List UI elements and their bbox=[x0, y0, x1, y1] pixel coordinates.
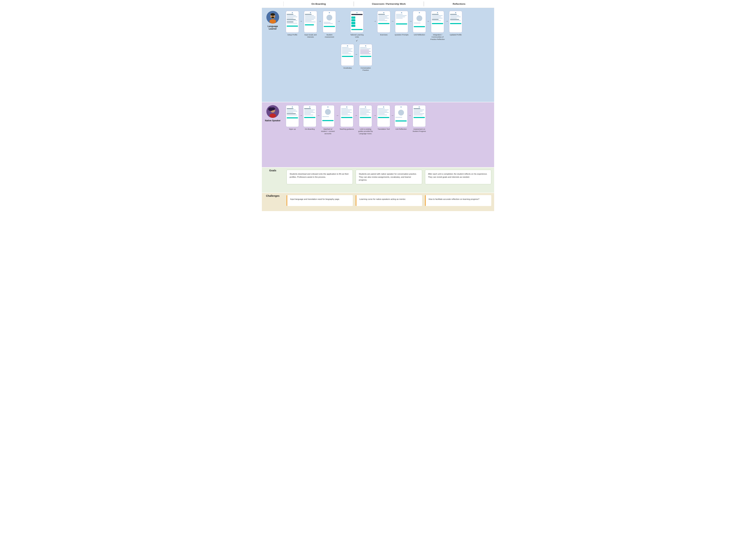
arrow-5: → bbox=[390, 20, 395, 23]
phone-n-reflection: Unit Reflection bbox=[395, 105, 408, 130]
label-vocabulary: Vocabulary bbox=[343, 67, 352, 69]
label-n-onboarding: On-Boarding bbox=[305, 128, 315, 130]
phone-mockup-vocab bbox=[341, 44, 354, 66]
native-avatar bbox=[266, 105, 279, 118]
phone-mockup-exercises bbox=[377, 11, 390, 33]
label-integration: Integration / Communities of Practice Re… bbox=[430, 34, 445, 40]
learner-title: Language Learner bbox=[263, 25, 282, 30]
branch-down-arrow: ↙ bbox=[356, 39, 358, 42]
native-swimlane: Native Speaker bbox=[262, 102, 494, 168]
arrow-2: → bbox=[318, 20, 322, 23]
phone-mockup-reflection bbox=[413, 11, 426, 33]
phone-mockup-n5 bbox=[359, 105, 372, 127]
phone-mockup-n3 bbox=[321, 105, 334, 127]
phone-mockup-3 bbox=[323, 11, 336, 33]
label-updated-profile: Updated Profile bbox=[450, 34, 461, 36]
phone-assessment: Student Assessment bbox=[322, 11, 337, 38]
label-questions: Question Prompts bbox=[395, 34, 408, 36]
native-arrow-2: → bbox=[316, 114, 321, 117]
phone-vocabulary: Vocabulary bbox=[341, 44, 354, 69]
header-col0 bbox=[262, 1, 284, 6]
native-phones-row: Signs up → bbox=[286, 105, 492, 135]
phone-mockup-conv bbox=[359, 44, 372, 66]
main-container: On-Boarding Classroom / Partnership Work… bbox=[262, 0, 494, 211]
goals-label: Goals bbox=[262, 168, 284, 173]
learner-label-area: Language Learner bbox=[262, 8, 284, 33]
branch-phones-row: Vocabulary → bbox=[341, 44, 373, 71]
branch-arrow: → bbox=[354, 53, 358, 56]
svg-point-3 bbox=[271, 13, 275, 16]
arrow-8: → bbox=[445, 20, 449, 23]
native-arrow-5: → bbox=[373, 114, 377, 117]
label-setup-profile: Setup Profile bbox=[287, 34, 297, 36]
phone-mockup-2 bbox=[304, 11, 317, 33]
label-exercises: Exercises bbox=[380, 34, 387, 36]
phone-assessment-progress: Assessment on Student Progress bbox=[412, 105, 426, 133]
svg-point-6 bbox=[269, 114, 276, 118]
phone-conversation: Conversation Practice bbox=[358, 44, 373, 71]
label-conversation: Conversation Practice bbox=[358, 67, 373, 71]
phone-mockup-n6 bbox=[377, 105, 390, 127]
phone-mockup-n1 bbox=[286, 105, 299, 127]
svg-point-9 bbox=[271, 107, 275, 110]
phone-questions: Question Prompts bbox=[395, 11, 408, 36]
phone-tailored: Tailored Learning Units ↙ bbox=[341, 11, 373, 71]
label-assessment-progress: Assessment on Student Progress bbox=[412, 128, 426, 133]
learner-phones-row: Setup Profile → bbox=[286, 11, 492, 71]
label-unit-reflection: Unit Reflection bbox=[414, 34, 425, 36]
phone-mockup-questions bbox=[395, 11, 408, 33]
phone-mockup-n8 bbox=[413, 105, 426, 127]
challenge-card-3: How to facilitate accurate reflection on… bbox=[425, 195, 491, 206]
phone-mockup-updated bbox=[449, 11, 462, 33]
label-link-guides: Link to existing guides provided by Lang… bbox=[358, 128, 373, 135]
phone-teaching: Teaching guidance bbox=[340, 105, 354, 130]
challenge-card-1: Input language and translation need for … bbox=[287, 195, 353, 206]
challenge-card-2: Learning curve for native-speakers actin… bbox=[356, 195, 422, 206]
label-translation: Translation Tool bbox=[378, 128, 390, 130]
phone-input-goals: Input Goals and Interests bbox=[303, 11, 318, 38]
label-tailored: Tailored Learning Units bbox=[350, 34, 364, 38]
phone-mockup-integration bbox=[431, 11, 444, 33]
native-content: Signs up → bbox=[284, 102, 494, 138]
phone-mockup-n7 bbox=[395, 105, 408, 127]
phone-reflection: Unit Reflection bbox=[413, 11, 426, 36]
label-n-reflection: Unit Reflection bbox=[395, 128, 407, 130]
phone-matched: Matched w/ student + connect accounts bbox=[321, 105, 335, 135]
phone-exercises: Exercises bbox=[377, 11, 390, 36]
header-onboarding: On-Boarding bbox=[284, 1, 354, 6]
goal-card-3: After each unit is completed, the studen… bbox=[425, 170, 491, 184]
header-reflections: Reflections bbox=[424, 1, 494, 6]
arrow-3: → bbox=[337, 20, 341, 23]
label-teaching: Teaching guidance bbox=[340, 128, 354, 130]
label-signs-up: Signs up bbox=[289, 128, 296, 130]
phone-signs-up: Signs up bbox=[286, 105, 299, 130]
challenges-label: Challenges bbox=[262, 193, 284, 199]
native-arrow-1: → bbox=[299, 114, 303, 117]
goals-content: Students download and onboard onto the a… bbox=[284, 168, 494, 187]
learner-content: Setup Profile → bbox=[284, 8, 494, 74]
label-matched: Matched w/ student + connect accounts bbox=[321, 128, 335, 135]
phone-translation: Translation Tool bbox=[377, 105, 390, 130]
phone-mockup-1 bbox=[286, 11, 299, 33]
native-arrow-7: → bbox=[408, 114, 412, 117]
label-assessment: Student Assessment bbox=[322, 34, 337, 38]
arrow-1: → bbox=[299, 20, 303, 23]
challenges-swimlane: Challenges Input language and translatio… bbox=[262, 193, 494, 211]
phone-mockup-n2 bbox=[303, 105, 316, 127]
phone-link-guides: Link to existing guides provided by Lang… bbox=[358, 105, 373, 135]
arrow-6: → bbox=[408, 20, 413, 23]
arrow-7: → bbox=[426, 20, 430, 23]
header-row: On-Boarding Classroom / Partnership Work… bbox=[262, 0, 494, 8]
learner-avatar bbox=[266, 11, 279, 24]
native-arrow-3: → bbox=[335, 114, 340, 117]
svg-point-1 bbox=[269, 19, 276, 24]
native-title: Native Speaker bbox=[265, 119, 281, 122]
phone-mockup-n4 bbox=[340, 105, 353, 127]
header-classroom: Classroom / Partnership Work bbox=[354, 1, 424, 6]
native-label-area: Native Speaker bbox=[262, 102, 284, 125]
phone-updated-profile: Updated Profile bbox=[449, 11, 462, 36]
phone-setup-profile: Setup Profile bbox=[286, 11, 299, 36]
phone-n-onboarding: On-Boarding bbox=[303, 105, 316, 130]
goal-card-2: Students are paired with native speaker … bbox=[356, 170, 422, 184]
native-arrow-4: → bbox=[354, 114, 358, 117]
